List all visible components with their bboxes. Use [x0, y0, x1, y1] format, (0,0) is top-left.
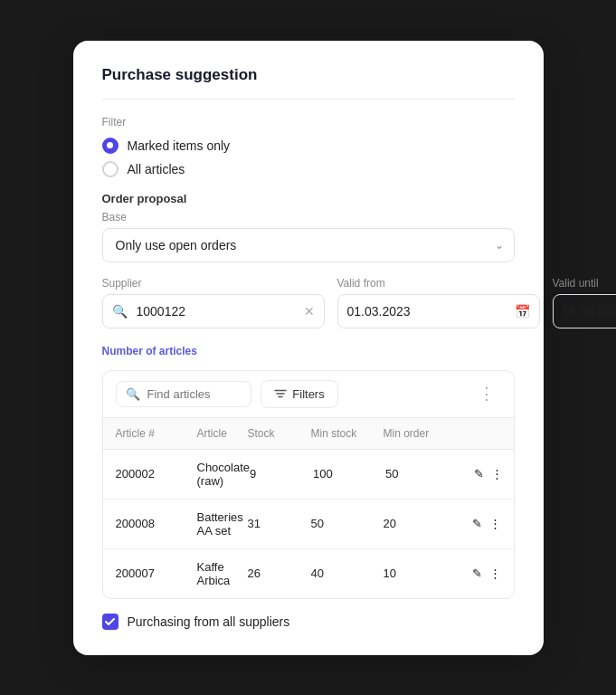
calendar-icon[interactable]: 📅: [506, 304, 539, 319]
supplier-input-wrapper: 🔍 ✕: [102, 294, 325, 328]
find-articles-input[interactable]: [147, 387, 242, 401]
filter-icon: [274, 387, 287, 400]
row1-article: Chocolate (raw): [197, 461, 251, 488]
row1-actions: ✎ ⋮: [458, 467, 503, 481]
table-row: 200002 Chocolate (raw) 9 100 50 ✎ ⋮: [103, 450, 514, 500]
row1-stock: 9: [250, 467, 313, 481]
radio-all-articles-circle: [102, 161, 118, 177]
purchase-suggestion-card: Purchase suggestion Filter Marked items …: [73, 41, 544, 655]
row3-article: Kaffe Arbica: [197, 560, 248, 587]
row3-min-order: 10: [384, 566, 456, 580]
articles-toolbar: 🔍 Filters ⋮: [103, 371, 514, 418]
row3-edit-icon[interactable]: ✎: [472, 566, 482, 580]
filter-radio-group: Marked items only All articles: [102, 138, 515, 177]
order-proposal-title: Order proposal: [102, 192, 515, 205]
clear-icon[interactable]: ✕: [295, 304, 324, 319]
row2-min-order: 20: [384, 517, 456, 530]
col-article-num: Article #: [116, 427, 197, 440]
valid-until-label: Valid until: [553, 277, 617, 290]
table-row: 200008 Batteries AA set 31 50 20 ✎ ⋮: [103, 500, 514, 549]
col-actions: [456, 427, 501, 440]
row1-min-stock: 100: [313, 467, 385, 481]
row2-actions: ✎ ⋮: [456, 517, 501, 530]
table-row: 200007 Kaffe Arbica 26 40 10 ✎ ⋮: [103, 549, 514, 598]
row2-more-icon[interactable]: ⋮: [489, 517, 501, 530]
articles-box: 🔍 Filters ⋮ Article # Article Stock Min …: [102, 370, 515, 599]
base-select-wrapper: Only use open orders ⌄: [102, 228, 515, 262]
col-min-stock: Min stock: [311, 427, 384, 440]
valid-from-input-wrapper: 📅: [337, 294, 540, 328]
filters-btn-label: Filters: [292, 387, 324, 401]
find-articles-search-icon: 🔍: [126, 387, 140, 401]
row2-min-stock: 50: [311, 517, 384, 530]
radio-all-articles-label: All articles: [128, 162, 185, 176]
valid-from-field-group: Valid from 📅: [337, 277, 540, 328]
col-stock: Stock: [248, 427, 311, 440]
purchasing-all-suppliers-label: Purchasing from all suppliers: [128, 614, 290, 629]
valid-until-field-group: Valid until 📅: [553, 277, 617, 328]
radio-marked-items-circle: [102, 138, 118, 154]
card-title: Purchase suggestion: [102, 66, 515, 100]
valid-until-input-wrapper: 📅: [553, 294, 617, 328]
radio-marked-items[interactable]: Marked items only: [102, 138, 515, 154]
row3-more-icon[interactable]: ⋮: [489, 566, 501, 580]
filter-label: Filter: [102, 116, 515, 129]
base-label: Base: [102, 211, 515, 224]
table-header: Article # Article Stock Min stock Min or…: [103, 418, 514, 450]
checkmark-icon: [105, 618, 115, 625]
col-article: Article: [197, 427, 248, 440]
purchasing-checkbox[interactable]: [102, 614, 118, 630]
radio-marked-items-label: Marked items only: [128, 138, 231, 153]
row3-stock: 26: [248, 566, 311, 580]
date-fields-row: Supplier 🔍 ✕ Valid from 📅 Valid until 📅: [102, 277, 515, 328]
purchasing-all-suppliers-row: Purchasing from all suppliers: [102, 614, 515, 630]
supplier-input[interactable]: [137, 295, 295, 328]
valid-until-input[interactable]: [554, 295, 617, 328]
row1-article-num: 200002: [116, 467, 197, 481]
col-min-order: Min order: [384, 427, 456, 440]
row1-more-icon[interactable]: ⋮: [491, 467, 503, 481]
row1-edit-icon[interactable]: ✎: [474, 467, 484, 481]
supplier-label: Supplier: [102, 277, 325, 290]
row2-edit-icon[interactable]: ✎: [472, 517, 482, 530]
supplier-field-group: Supplier 🔍 ✕: [102, 277, 325, 328]
find-articles-search[interactable]: 🔍: [116, 381, 252, 407]
number-of-articles-label: Number of articles: [102, 345, 515, 357]
valid-from-label: Valid from: [337, 277, 540, 290]
search-icon: 🔍: [103, 304, 137, 319]
base-select[interactable]: Only use open orders: [102, 228, 515, 262]
row2-stock: 31: [248, 517, 311, 530]
row2-article-num: 200008: [116, 517, 197, 530]
toolbar-more-icon[interactable]: ⋮: [473, 382, 501, 405]
row1-min-order: 50: [385, 467, 458, 481]
filters-button[interactable]: Filters: [261, 380, 337, 408]
row2-article: Batteries AA set: [197, 510, 248, 538]
row3-actions: ✎ ⋮: [456, 566, 501, 580]
row3-article-num: 200007: [116, 566, 197, 580]
row3-min-stock: 40: [311, 566, 384, 580]
radio-all-articles[interactable]: All articles: [102, 161, 515, 177]
valid-from-input[interactable]: [338, 295, 506, 328]
